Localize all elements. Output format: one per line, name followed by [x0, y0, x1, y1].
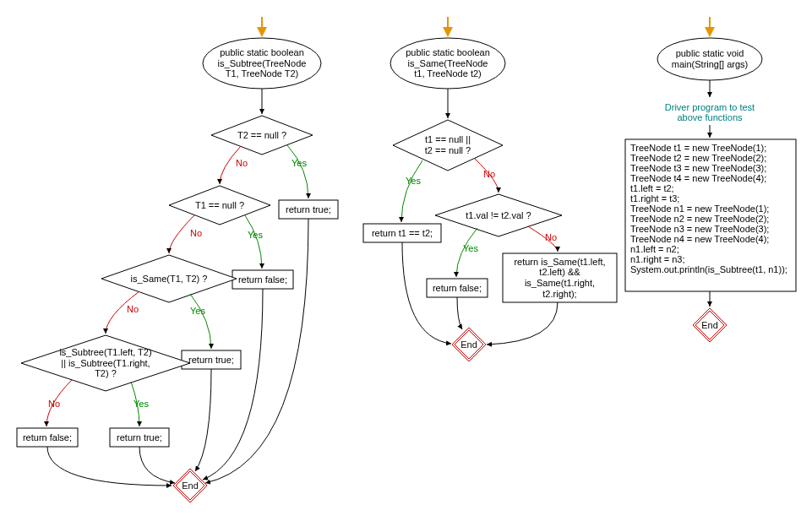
- flowchart-svg: public static boolean is_Subtree(TreeNod…: [0, 0, 801, 532]
- flow2-d1: t1 == null || t2 == null ?: [401, 133, 494, 158]
- flow2-d2-yes: Yes: [463, 243, 478, 253]
- flow1-rtrue3: return true;: [110, 428, 169, 447]
- flow1-d4-no: No: [48, 399, 60, 409]
- flow1-d3-yes: Yes: [190, 306, 205, 316]
- flow1-d1-no: No: [236, 158, 248, 168]
- flow3-comment: Driver program to test above functions: [651, 100, 769, 125]
- flow1-d1-yes: Yes: [292, 158, 307, 168]
- flow1-d3: is_Same(T1, T2) ?: [110, 269, 228, 289]
- flow2-rfalse: return false;: [427, 279, 488, 297]
- flow1-d4: is_Subtree(T1.left, T2) || is_Subtree(T1…: [34, 346, 177, 380]
- flow2-d2-no: No: [545, 232, 557, 242]
- flow2-start: public static boolean is_Same(TreeNode t…: [390, 42, 505, 84]
- flow1-rtrue1: return true;: [279, 200, 338, 219]
- flow2-d1-yes: Yes: [406, 176, 421, 186]
- flow2-d1-no: No: [483, 169, 495, 179]
- flow3-start: public static void main(String[] args): [657, 42, 762, 76]
- flow1-d4-yes: Yes: [134, 399, 149, 409]
- flow1-start: public static boolean is_Subtree(TreeNod…: [203, 42, 321, 84]
- flowchart-canvas: { "flow1": { "start": "public static boo…: [0, 0, 801, 532]
- flow1-d2: T1 == null ?: [173, 195, 266, 215]
- flow1-d3-no: No: [127, 304, 139, 314]
- flow2-d2: t1.val != t2.val ?: [448, 206, 549, 225]
- flow2-end: End: [452, 336, 486, 353]
- flow2-rrec: return is_Same(t1.left, t2.left) && is_S…: [503, 253, 617, 302]
- flow1-rtrue2: return true;: [182, 350, 241, 369]
- flow2-r1: return t1 == t2;: [363, 224, 441, 242]
- flow1-rfalse2: return false;: [17, 428, 78, 447]
- flow1-d2-no: No: [190, 228, 202, 238]
- flow1-end: End: [173, 477, 207, 494]
- flow1-d1: T2 == null ?: [215, 125, 308, 145]
- flow1-rfalse1: return false;: [232, 270, 293, 289]
- flow3-end: End: [693, 317, 727, 334]
- flow3-code: TreeNode t1 = new TreeNode(1); TreeNode …: [625, 139, 796, 291]
- flow1-d2-yes: Yes: [248, 230, 263, 240]
